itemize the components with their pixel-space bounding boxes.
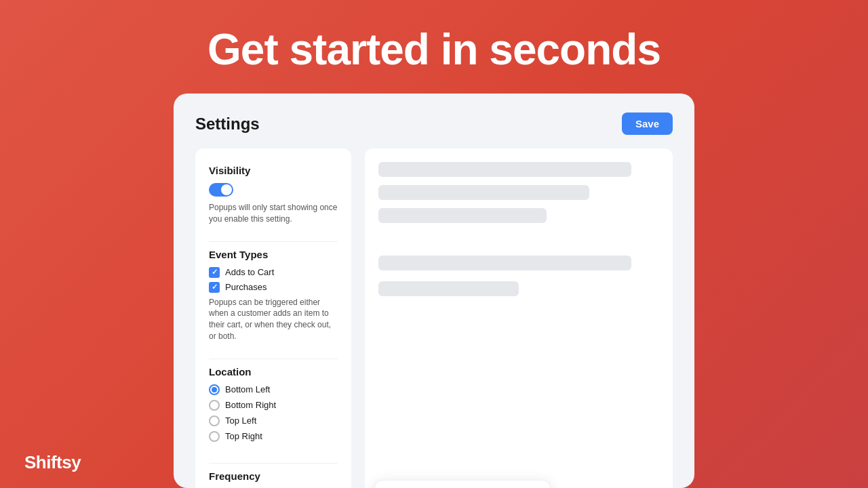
event-types-description: Popups can be triggered either when a cu… — [209, 297, 338, 342]
visibility-title: Visibility — [209, 165, 338, 176]
settings-card: Settings Save Visibility Popups will onl… — [174, 94, 694, 488]
location-top-left-radio[interactable] — [209, 415, 220, 426]
adds-to-cart-row: Adds to Cart — [209, 267, 338, 278]
visibility-section: Visibility Popups will only start showin… — [209, 165, 338, 225]
location-section: Location Bottom Left Bottom Right Top Le… — [209, 366, 338, 447]
purchases-row: Purchases — [209, 282, 338, 293]
location-title: Location — [209, 366, 338, 378]
location-top-right-label: Top Right — [225, 431, 262, 441]
location-bottom-left-row: Bottom Left — [209, 384, 338, 395]
spacer — [378, 231, 659, 247]
divider-3 — [209, 463, 338, 464]
page-title: Get started in seconds — [208, 24, 660, 75]
skeleton-bar-5 — [378, 281, 519, 296]
location-top-right-row: Top Right — [209, 431, 338, 442]
location-bottom-right-row: Bottom Right — [209, 400, 338, 411]
skeleton-bar-4 — [378, 256, 631, 270]
save-button[interactable]: Save — [622, 113, 673, 135]
visibility-toggle-row — [209, 183, 338, 197]
settings-header: Settings Save — [195, 113, 673, 135]
adds-to-cart-label: Adds to Cart — [225, 267, 274, 277]
settings-right-panel: S Richard from San Jose, CA recently pur… — [365, 148, 673, 488]
settings-title: Settings — [195, 115, 260, 134]
purchases-label: Purchases — [225, 282, 267, 292]
event-types-section: Event Types Adds to Cart Purchases Popup… — [209, 249, 338, 342]
skeleton-bar-2 — [378, 185, 589, 200]
visibility-description: Popups will only start showing once you … — [209, 202, 338, 225]
settings-left-panel: Visibility Popups will only start showin… — [195, 148, 351, 488]
location-top-left-label: Top Left — [225, 415, 256, 426]
location-bottom-right-label: Bottom Right — [225, 400, 276, 410]
skeleton-bar-1 — [378, 162, 631, 177]
popup-notification: S Richard from San Jose, CA recently pur… — [374, 480, 551, 488]
location-bottom-left-radio[interactable] — [209, 384, 220, 395]
frequency-title: Frequency — [209, 470, 338, 482]
location-bottom-right-radio[interactable] — [209, 400, 220, 411]
settings-body: Visibility Popups will only start showin… — [195, 148, 673, 488]
visibility-toggle[interactable] — [209, 183, 233, 197]
purchases-checkbox[interactable] — [209, 282, 220, 293]
location-top-right-radio[interactable] — [209, 431, 220, 442]
location-top-left-row: Top Left — [209, 415, 338, 426]
divider-1 — [209, 241, 338, 242]
skeleton-bar-3 — [378, 208, 547, 223]
adds-to-cart-checkbox[interactable] — [209, 267, 220, 278]
location-bottom-left-label: Bottom Left — [225, 384, 270, 394]
frequency-section: Frequency ▲ ▼ Shiftsy popups will show a… — [209, 470, 338, 488]
event-types-title: Event Types — [209, 249, 338, 260]
divider-2 — [209, 359, 338, 359]
shiftsy-logo: Shiftsy — [24, 452, 81, 473]
